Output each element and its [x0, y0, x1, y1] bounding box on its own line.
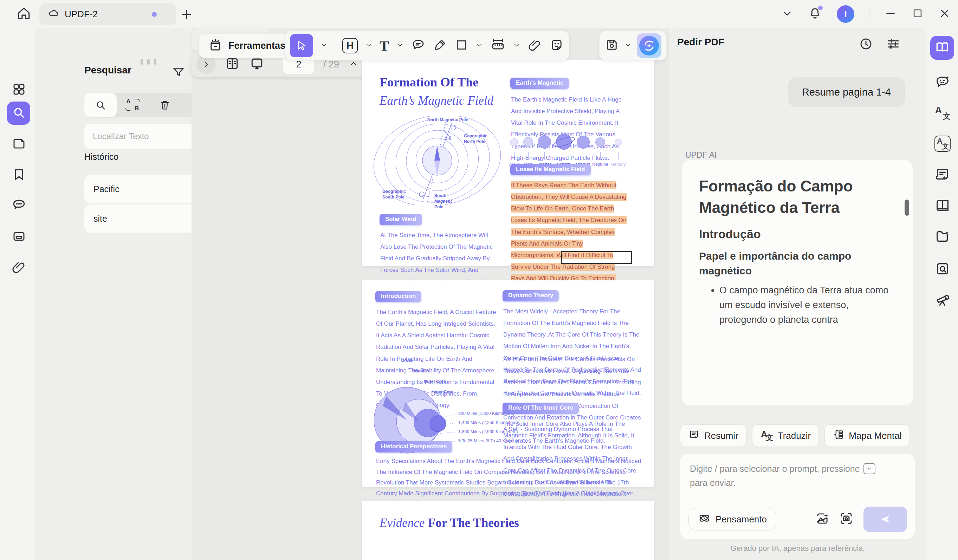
sidebar-item-stamps[interactable] [10, 227, 28, 245]
sidebar-item-thumbnails[interactable] [10, 80, 28, 98]
notification-dot-icon [818, 6, 823, 10]
save-icon[interactable] [604, 38, 619, 54]
history-label: Histórico [84, 152, 119, 162]
toolbox-icon [208, 38, 223, 54]
planet-mercury [615, 139, 622, 146]
rail-read-ai-button[interactable] [930, 36, 954, 60]
filter-icon[interactable] [171, 65, 186, 81]
tab-search[interactable] [84, 93, 117, 117]
window-chevron-down-icon[interactable] [781, 7, 793, 21]
badge-earths-magnetic: Earth's Magnetic [510, 78, 569, 89]
minimize-button[interactable] [884, 7, 897, 21]
page1-title-line1: Formation Of The [379, 75, 478, 90]
find-text-input[interactable] [93, 131, 202, 141]
pencil-tool-icon[interactable] [433, 38, 447, 54]
prompt-input-area[interactable]: Digite / para selecionar o prompt, press… [680, 454, 915, 539]
annotation-toolbar: H T [285, 31, 569, 60]
notifications-button[interactable] [808, 6, 822, 22]
close-button[interactable] [938, 7, 951, 21]
page-layout-icon[interactable] [225, 56, 240, 73]
sidebar-item-search[interactable] [7, 101, 30, 125]
select-tool-button[interactable] [290, 34, 313, 57]
planet-jupiter [538, 135, 551, 149]
rail-telescope-icon[interactable] [934, 291, 951, 308]
page1-title-line2: Earth’s Magnetic Field [379, 94, 493, 108]
ai-settings-icon[interactable] [886, 36, 901, 53]
tab-delete[interactable] [149, 93, 181, 117]
sidebar-item-comments[interactable] [10, 195, 28, 214]
pdf-page-2: Introduction The Earth's Magnetic Field,… [362, 280, 654, 487]
presentation-mode-icon[interactable] [249, 56, 265, 73]
rail-dictionary-icon[interactable] [934, 197, 951, 214]
shape-tool-chevron-icon[interactable] [476, 41, 483, 50]
comment-tool-icon[interactable] [411, 38, 425, 54]
translate-button[interactable]: A 文 Traduzir [752, 424, 819, 447]
text-tool-button[interactable]: T [379, 38, 389, 54]
save-chevron-icon[interactable] [624, 41, 632, 50]
new-tab-button[interactable] [180, 8, 193, 22]
planet-venus [510, 138, 518, 146]
label-geo-south-pole: Geographic South Pole [382, 189, 415, 200]
rail-summary-icon[interactable] [934, 166, 951, 184]
titlebar-divider [869, 7, 869, 21]
heading-tool-button[interactable]: H [342, 38, 358, 54]
badge-dynamo-theory: Dynamo Theory [503, 290, 559, 301]
atom-icon [698, 512, 711, 527]
shape-tool-icon[interactable] [454, 38, 468, 54]
attach-tool-icon[interactable] [528, 38, 542, 54]
rail-ai-files-icon[interactable] [934, 228, 951, 245]
thinking-mode-button[interactable]: Pensamento [688, 508, 776, 530]
empty-textbox-annotation[interactable] [561, 251, 632, 264]
rail-ai-search-icon[interactable] [934, 260, 951, 278]
ai-response-card[interactable]: Formação do Campo Magnético da Terra Int… [682, 160, 913, 405]
search-icon [12, 105, 25, 121]
chat-history-icon[interactable] [858, 36, 873, 53]
maximize-button[interactable] [912, 7, 923, 21]
heading-tool-chevron-icon[interactable] [365, 41, 373, 50]
assistant-name-label: UPDF AI [685, 150, 717, 160]
label-north-magnetic-pole: North Magnetic Pole [427, 117, 468, 123]
text-tool-chevron-icon[interactable] [396, 41, 404, 50]
avatar[interactable]: I [837, 5, 854, 23]
cloud-icon [48, 7, 60, 21]
label-angle: 1.5 [445, 136, 451, 142]
select-tool-chevron-icon[interactable] [320, 41, 328, 50]
core-label-outer-core: Outer Core [424, 379, 446, 384]
sticker-tool-icon[interactable] [549, 38, 564, 54]
rail-chat-ai-icon[interactable] [934, 73, 951, 91]
enter-key-icon [863, 463, 876, 474]
rail-translate-icon[interactable]: A文 [934, 104, 951, 122]
tools-button[interactable]: Ferramentas [198, 33, 295, 58]
tools-label: Ferramentas [228, 40, 285, 51]
book-sparkle-icon [934, 40, 950, 56]
badge-introduction: Introduction [375, 291, 421, 302]
core-label-crust: Crust [401, 358, 412, 363]
rail-image-translate-icon[interactable]: A文 [934, 135, 951, 152]
prompt-placeholder: Digite / para selecionar o prompt, press… [690, 463, 905, 488]
sidebar-item-attachments[interactable] [10, 258, 28, 276]
sidebar-item-pages[interactable] [10, 134, 28, 152]
translate-icon: A 文 [760, 429, 774, 442]
measure-tool-icon[interactable] [490, 37, 506, 54]
badge-historical: Historical Perspectives [375, 441, 452, 452]
tab-replace[interactable]: A B [117, 93, 149, 117]
sidebar-item-bookmarks[interactable] [10, 166, 28, 184]
add-image-icon[interactable] [815, 511, 830, 527]
panel-drag-handle-icon[interactable] [141, 59, 156, 65]
search-panel: Pesquisar A B T [35, 28, 192, 560]
document-tab[interactable]: UPDF-2 [40, 3, 176, 25]
document-viewport[interactable]: Formation Of The Earth’s Magnetic Field [192, 28, 669, 560]
response-scrollbar[interactable] [904, 199, 909, 216]
ai-assistant-button[interactable] [637, 33, 661, 58]
label-geo-north-pole: Geographic North Pole [464, 133, 495, 144]
quick-actions: Resumir A 文 Traduzir Mapa Mental [680, 424, 910, 447]
measure-tool-chevron-icon[interactable] [513, 41, 520, 50]
screenshot-icon[interactable] [839, 511, 853, 527]
send-button[interactable] [863, 506, 907, 532]
home-icon [16, 6, 32, 22]
planet-neptune [595, 138, 605, 147]
summarize-button[interactable]: Resumir [680, 424, 746, 447]
left-sidebar [0, 28, 35, 560]
mindmap-button[interactable]: Mapa Mental [825, 424, 909, 447]
home-button[interactable] [13, 5, 35, 23]
